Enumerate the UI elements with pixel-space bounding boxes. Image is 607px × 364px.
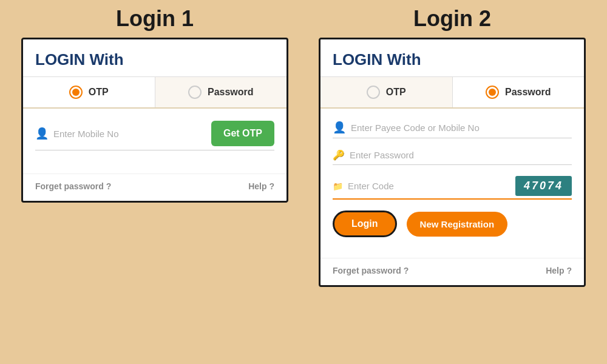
tab-row-2: OTP Password <box>320 77 584 109</box>
login-with-label-2: LOGIN With <box>333 50 421 69</box>
footer-2: Forget password ? Help ? <box>320 258 584 285</box>
password-input[interactable] <box>350 150 572 160</box>
radio-dot-2 <box>489 89 496 96</box>
tab-password-label-2: Password <box>505 87 551 98</box>
panel-1: Login 1 LOGIN With OTP Password <box>12 6 297 203</box>
form-area-2: 👤 🔑 📁 47074 Login New Registration <box>320 109 584 258</box>
payee-input[interactable] <box>351 123 572 133</box>
tab-password-label-1: Password <box>208 87 254 98</box>
password-input-row: 🔑 <box>333 149 572 165</box>
tab-row-1: OTP Password <box>23 77 287 109</box>
login-with-label-1: LOGIN With <box>35 50 124 69</box>
tab-otp-label-1: OTP <box>89 87 109 98</box>
captcha-input-row: 📁 47074 <box>333 176 572 200</box>
login-button[interactable]: Login <box>333 211 397 237</box>
forget-password-link-2[interactable]: Forget password ? <box>333 266 409 275</box>
page-container: Login 1 LOGIN With OTP Password <box>0 0 607 364</box>
code-icon-2: 📁 <box>333 181 343 191</box>
login-header-1: LOGIN With <box>23 39 287 77</box>
radio-otp-1 <box>69 86 83 99</box>
panel-2: Login 2 LOGIN With OTP Password <box>310 6 595 287</box>
login-card-2: LOGIN With OTP Password 👤 <box>319 38 586 287</box>
mobile-input[interactable] <box>53 129 206 139</box>
user-icon-2: 👤 <box>333 121 346 134</box>
payee-input-row: 👤 <box>333 121 572 138</box>
radio-password-1 <box>188 86 202 99</box>
mobile-input-row: 👤 Get OTP <box>35 121 274 150</box>
radio-dot-1 <box>72 89 80 96</box>
get-otp-button[interactable]: Get OTP <box>211 121 274 146</box>
panel-1-title: Login 1 <box>116 6 194 32</box>
forget-password-link-1[interactable]: Forget password ? <box>35 181 111 191</box>
action-row-2: Login New Registration <box>333 211 572 237</box>
form-area-1: 👤 Get OTP <box>23 109 287 174</box>
key-icon-2: 🔑 <box>333 149 345 161</box>
tab-otp-2[interactable]: OTP <box>320 77 453 107</box>
login-card-1: LOGIN With OTP Password 👤 <box>21 38 288 203</box>
radio-otp-2 <box>367 86 380 99</box>
tab-otp-1[interactable]: OTP <box>23 77 155 107</box>
captcha-input[interactable] <box>348 181 506 191</box>
login-header-2: LOGIN With <box>320 39 584 77</box>
tab-otp-label-2: OTP <box>386 87 406 98</box>
tab-password-1[interactable]: Password <box>155 77 287 107</box>
new-registration-button[interactable]: New Registration <box>407 212 508 237</box>
footer-1: Forget password ? Help ? <box>23 174 287 201</box>
help-link-1[interactable]: Help ? <box>248 181 274 191</box>
captcha-display: 47074 <box>515 176 572 196</box>
help-link-2[interactable]: Help ? <box>546 266 572 275</box>
panel-2-title: Login 2 <box>413 6 491 32</box>
tab-password-2[interactable]: Password <box>453 77 585 107</box>
radio-password-2 <box>486 86 499 99</box>
user-icon-1: 👤 <box>35 127 49 140</box>
